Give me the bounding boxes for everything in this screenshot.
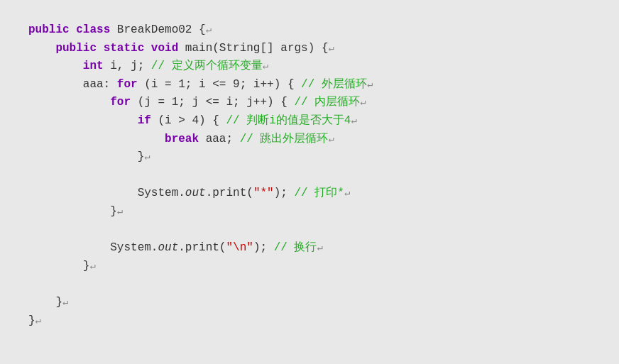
keyword-class: class — [76, 23, 110, 36]
code-text: (i > 4) { — [151, 114, 226, 127]
string-newline: "\n" — [226, 241, 253, 254]
method-out1: out — [185, 187, 206, 199]
string-star: "*" — [253, 187, 274, 199]
code-text: System. — [138, 187, 185, 199]
code-block: public class BreakDemo02 {↵ public stati… — [14, 14, 605, 337]
comment-text: // 换行 — [274, 241, 317, 254]
keyword-if: if — [138, 114, 151, 127]
return-symbol: ↵ — [62, 297, 68, 308]
code-line-1: public class BreakDemo02 {↵ — [28, 21, 591, 40]
comment-text: // 打印* — [295, 187, 344, 199]
keyword-break: break — [165, 133, 199, 145]
code-line-8: }↵ — [28, 148, 591, 167]
code-line-5: for (j = 1; j <= i; j++) { // 内层循环↵ — [28, 94, 591, 112]
code-line-4: aaa: for (i = 1; i <= 9; i++) { // 外层循环↵ — [28, 76, 591, 94]
code-line-13: System.out.print("\n"); // 换行↵ — [28, 239, 591, 258]
code-text: } — [83, 260, 90, 272]
return-symbol: ↵ — [117, 206, 123, 217]
comment-text: // 跳出外层循环 — [240, 133, 329, 145]
code-line-2: public static void main(String[] args) {… — [28, 40, 591, 58]
method-out2: out — [158, 241, 178, 254]
code-text: i, j; — [104, 60, 151, 72]
return-symbol: ↵ — [344, 188, 350, 199]
code-line-15 — [28, 275, 591, 294]
comment-text: // 内层循环 — [294, 96, 360, 109]
code-line-11: }↵ — [28, 203, 591, 221]
return-symbol: ↵ — [328, 43, 334, 54]
keyword-static: static — [104, 42, 145, 55]
code-text: main(String[] args) { — [178, 42, 328, 55]
code-line-3: int i, j; // 定义两个循环变量↵ — [28, 57, 591, 76]
return-symbol: ↵ — [89, 261, 95, 272]
return-symbol: ↵ — [144, 152, 150, 162]
code-text: ); — [274, 187, 295, 199]
code-text: aaa: — [83, 78, 117, 91]
code-text: BreakDemo02 { — [110, 23, 205, 36]
return-symbol: ↵ — [351, 116, 356, 126]
code-text: .print( — [178, 241, 226, 254]
return-symbol: ↵ — [263, 61, 268, 72]
code-text: } — [110, 205, 117, 218]
keyword-for2: for — [110, 96, 131, 109]
return-symbol: ↵ — [317, 243, 323, 253]
keyword-public: public — [28, 23, 70, 36]
return-symbol: ↵ — [206, 25, 212, 35]
keyword-for1: for — [117, 78, 138, 91]
keyword-int: int — [83, 60, 104, 72]
code-line-12 — [28, 221, 591, 240]
code-line-14: }↵ — [28, 258, 591, 276]
code-line-7: break aaa; // 跳出外层循环↵ — [28, 131, 591, 149]
code-text: .print( — [206, 187, 253, 199]
code-line-17: }↵ — [28, 312, 591, 331]
code-text: (j = 1; j <= i; j++) { — [131, 96, 294, 109]
comment-text: // 定义两个循环变量 — [151, 60, 263, 72]
code-text: (i = 1; i <= 9; i++) { — [138, 78, 301, 91]
return-symbol: ↵ — [367, 79, 373, 90]
keyword-void: void — [151, 42, 178, 55]
comment-text: // 外层循环 — [301, 78, 367, 91]
code-line-16: }↵ — [28, 294, 591, 312]
keyword-public2: public — [55, 42, 97, 55]
return-symbol: ↵ — [328, 134, 334, 145]
code-text: ); — [253, 241, 274, 254]
code-text: } — [55, 296, 62, 309]
code-line-10: System.out.print("*"); // 打印*↵ — [28, 184, 591, 203]
code-line-6: if (i > 4) { // 判断i的值是否大于4↵ — [28, 112, 591, 131]
code-text: } — [138, 150, 145, 163]
code-text: } — [28, 314, 35, 327]
return-symbol: ↵ — [35, 316, 41, 326]
code-text: aaa; — [199, 133, 240, 145]
comment-text: // 判断i的值是否大于4 — [226, 114, 351, 127]
code-line-9 — [28, 167, 591, 185]
code-text: System. — [110, 241, 158, 254]
return-symbol: ↵ — [360, 97, 366, 108]
